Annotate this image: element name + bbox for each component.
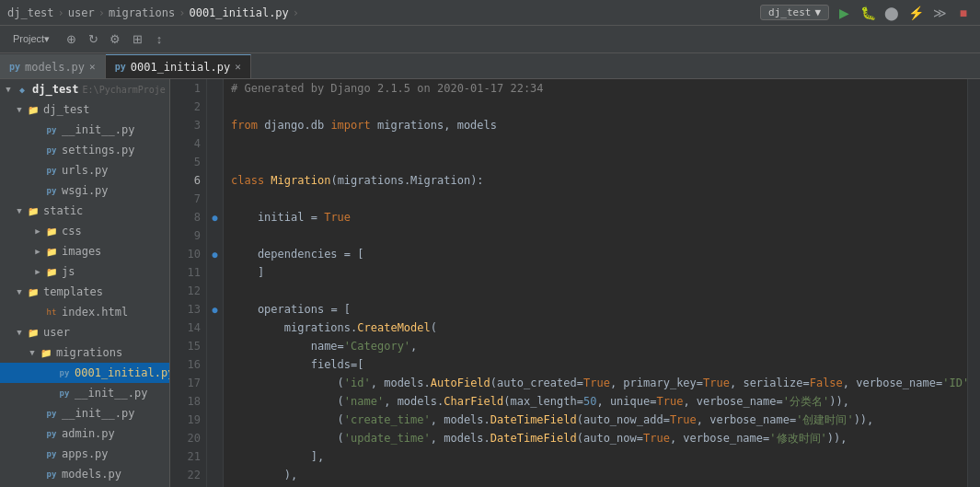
line-num: 21 [170,447,201,466]
code-line-16: fields=[ [231,355,960,374]
gutter-mark-19 [207,411,223,429]
coverage-button[interactable]: ⬤ [882,4,901,22]
sidebar-item-css[interactable]: ▶ 📁 css [0,221,169,241]
tab-close-button[interactable]: ✕ [89,61,96,73]
gutter-mark-16 [207,355,223,374]
toolbar: Project▾ ⊕ ↻ ⚙ ⊞ ↕ [0,26,980,53]
sidebar-item-static[interactable]: ▼ 📁 static [0,201,169,221]
tab-close-button[interactable]: ✕ [235,61,241,73]
line-num: 2 [170,98,201,116]
line-num: 15 [170,337,201,355]
sync-button[interactable]: ↻ [83,29,103,50]
sidebar-item-admin[interactable]: py admin.py [0,423,169,444]
project-selector[interactable]: dj_test ▼ [760,5,829,20]
expand-icon: ▶ [31,267,44,276]
gutter-bookmark-10: ● [207,245,223,263]
sidebar-item-wsgi[interactable]: py wsgi.py [0,180,169,201]
sidebar-item-models[interactable]: py models.py [0,464,169,484]
breadcrumb-file[interactable]: 0001_initial.py [189,6,288,19]
close-button[interactable]: ■ [954,4,973,22]
sidebar-item-label: __init__.py [75,387,147,400]
top-right-controls: dj_test ▼ ▶ 🐛 ⬤ ⚡ ≫ ■ [760,4,973,22]
breadcrumb-user[interactable]: user [68,6,95,19]
sidebar-item-label: __init__.py [62,407,134,420]
sidebar-item-label: static [43,204,83,217]
expand-icon: ▶ [31,247,44,256]
layout-button[interactable]: ↕ [149,29,169,50]
line-num: 5 [170,153,201,171]
more-button[interactable]: ≫ [930,4,949,22]
run-button[interactable]: ▶ [835,4,853,22]
gutter-mark-1 [207,79,223,98]
sidebar-item-root[interactable]: ▼ ◆ dj_test E:\PycharmProje [0,79,169,99]
tabs-bar: py models.py ✕ py 0001_initial.py ✕ [0,53,980,79]
line-num: 12 [170,282,201,300]
sidebar-item-0001-initial[interactable]: py 0001_initial.py [0,363,169,383]
sidebar-item-images[interactable]: ▶ 📁 images [0,241,169,261]
line-num: 22 [170,466,201,484]
sidebar-item-migrations[interactable]: ▼ 📁 migrations [0,342,169,363]
gutter-mark-11 [207,263,223,282]
code-line-10: dependencies = [ [231,245,960,263]
py-file-icon: py [57,366,72,379]
gutter-mark-9 [207,226,223,245]
sidebar-item-settings[interactable]: py settings.py [0,140,169,160]
gutter-bookmark-13: ● [207,300,223,319]
sidebar-item-init[interactable]: py __init__.py [0,120,169,140]
sidebar-item-label: css [62,225,82,238]
profile-button[interactable]: ⚡ [906,4,925,22]
breadcrumb-project[interactable]: dj_test [7,6,54,19]
code-line-20: ('update_time', models.DateTimeField(aut… [231,429,960,447]
project-path: E:\PycharmProje [83,85,166,95]
gutter-mark-21 [207,447,223,466]
debug-button[interactable]: 🐛 [859,4,877,22]
sidebar-item-user-init[interactable]: py __init__.py [0,403,169,423]
sidebar-item-user[interactable]: ▼ 📁 user [0,322,169,342]
code-line-7 [231,190,960,208]
sidebar-item-urls[interactable]: py urls.py [0,160,169,180]
folder-icon: 📁 [44,265,59,278]
expand-icon: ▶ [31,226,44,236]
folder-open-icon: 📁 [26,204,40,217]
sidebar-item-label: wsgi.py [62,184,109,197]
py-file-icon: py [44,468,59,481]
folder-open-icon: 📁 [26,103,40,116]
folder-icon: 📁 [44,225,59,238]
sidebar-item-apps[interactable]: py apps.py [0,444,169,464]
py-file-icon: py [44,447,59,460]
code-line-22: ), [231,466,960,484]
add-button[interactable]: ⊕ [61,29,81,50]
code-line-5 [231,153,960,171]
code-content[interactable]: # Generated by Django 2.1.5 on 2020-01-1… [224,79,967,487]
sidebar-item-templates[interactable]: ▼ 📁 templates [0,282,169,302]
collapse-icon: ▼ [2,85,15,94]
code-line-8: initial = True [231,208,960,226]
project-menu-button[interactable]: Project▾ [4,29,59,50]
sidebar-item-label: models.py [62,468,121,481]
line-num: 14 [170,319,201,337]
file-tree: ▼ ◆ dj_test E:\PycharmProje ▼ 📁 dj_test … [0,79,170,487]
line-num: 1 [170,79,201,98]
gutter-mark-6 [207,171,223,190]
breadcrumb-migrations[interactable]: migrations [109,6,175,19]
sidebar-item-migrations-init[interactable]: py __init__.py [0,383,169,403]
py-file-icon: py [44,184,59,197]
code-editor[interactable]: 1 2 3 4 5 6 7 8 9 10 11 12 13 14 15 16 1… [170,79,980,487]
py-icon: py [115,62,126,72]
sidebar-item-label: dj_test [43,103,90,116]
expand-icon: ▼ [13,287,26,296]
tab-models-py[interactable]: py models.py ✕ [0,54,106,78]
settings-button[interactable]: ⚙ [105,29,125,50]
line-num: 7 [170,190,201,208]
expand-icon: ▼ [26,348,39,357]
tab-0001-initial-py[interactable]: py 0001_initial.py ✕ [106,54,251,78]
sidebar-item-js[interactable]: ▶ 📁 js [0,261,169,282]
sidebar-item-dj_test[interactable]: ▼ 📁 dj_test [0,99,169,120]
code-line-3: from django.db import migrations, models [231,116,960,134]
line-num: 10 [170,245,201,263]
expand-button[interactable]: ⊞ [127,29,147,50]
line-num: 11 [170,263,201,282]
project-icon: ◆ [15,83,29,96]
sidebar-item-label: index.html [62,306,128,319]
sidebar-item-index-html[interactable]: ht index.html [0,302,169,322]
